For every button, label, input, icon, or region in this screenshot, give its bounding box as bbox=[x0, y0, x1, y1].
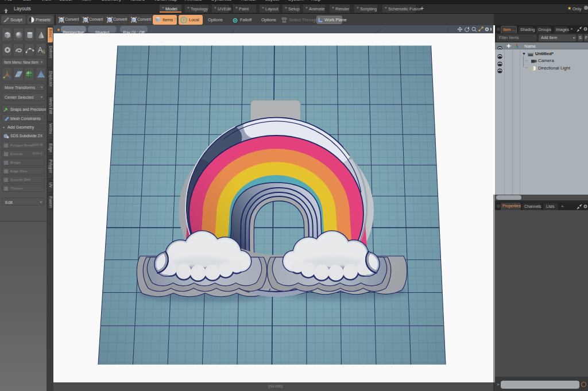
svg-text:&: & bbox=[42, 49, 45, 55]
